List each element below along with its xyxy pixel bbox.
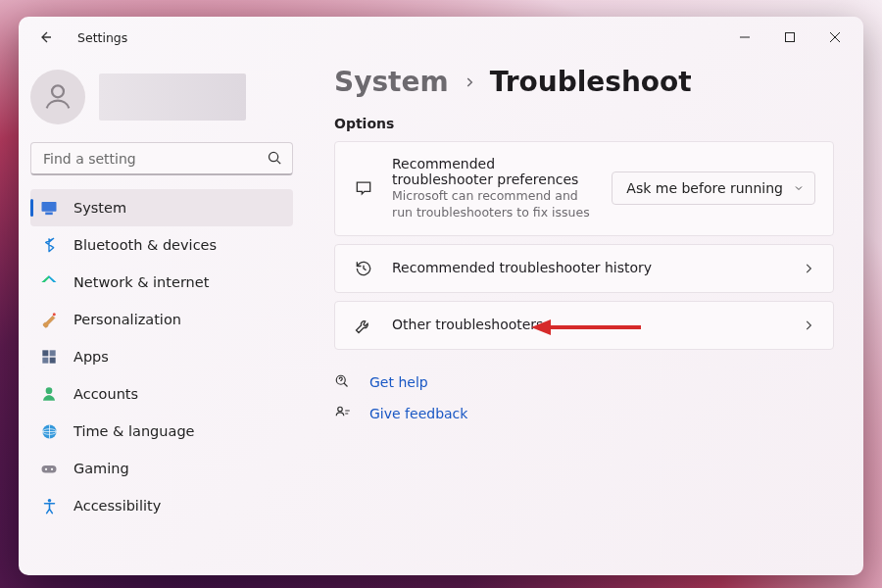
sidebar-item-bluetooth[interactable]: Bluetooth & devices: [30, 226, 293, 264]
footer-links: Get help Give feedback: [334, 373, 834, 422]
sidebar-item-label: Time & language: [74, 423, 195, 439]
sidebar-item-label: Accounts: [74, 386, 138, 402]
window-title: Settings: [77, 30, 127, 45]
person-icon: [41, 80, 74, 114]
arrow-left-icon: [38, 29, 54, 45]
gamepad-icon: [40, 460, 58, 477]
chevron-right-icon: [463, 75, 476, 89]
svg-rect-8: [42, 358, 48, 364]
maximize-icon: [785, 32, 795, 42]
svg-rect-7: [50, 350, 56, 356]
chevron-down-icon: [793, 182, 805, 194]
svg-point-2: [269, 152, 277, 161]
svg-point-10: [46, 387, 53, 394]
sidebar-item-label: Accessibility: [74, 498, 161, 514]
card-title: Recommended troubleshooter history: [392, 260, 784, 275]
apps-icon: [40, 348, 58, 366]
close-button[interactable]: [812, 22, 858, 53]
profile-name-redacted: [99, 74, 246, 121]
give-feedback-link[interactable]: Give feedback: [334, 405, 834, 422]
svg-rect-9: [50, 358, 56, 364]
feedback-icon: [334, 405, 352, 422]
select-value: Ask me before running: [626, 180, 783, 196]
wrench-icon: [353, 316, 374, 335]
back-button[interactable]: [32, 24, 60, 51]
search: [30, 142, 293, 175]
profile[interactable]: [30, 64, 293, 138]
sidebar-item-system[interactable]: System: [30, 189, 293, 226]
content: System Troubleshoot Options Recommended …: [305, 58, 863, 575]
sidebar-item-label: System: [74, 200, 126, 216]
history-icon: [353, 259, 374, 278]
nav: System Bluetooth & devices Network & int…: [30, 189, 293, 524]
sidebar-item-label: Network & internet: [74, 274, 209, 290]
minimize-button[interactable]: [722, 22, 767, 53]
sidebar-item-label: Personalization: [74, 312, 181, 327]
titlebar: Settings: [19, 17, 863, 58]
sidebar-item-accessibility[interactable]: Accessibility: [30, 487, 293, 524]
section-heading: Options: [334, 116, 834, 131]
card-desc: Microsoft can recommend and run troubles…: [392, 188, 594, 221]
card-other-troubleshooters[interactable]: Other troubleshooters: [334, 301, 834, 350]
breadcrumb: System Troubleshoot: [334, 62, 834, 110]
person-small-icon: [40, 385, 58, 403]
display-icon: [40, 199, 58, 217]
get-help-link[interactable]: Get help: [334, 373, 834, 391]
minimize-icon: [740, 32, 750, 42]
sidebar-item-label: Apps: [74, 349, 109, 365]
svg-point-5: [53, 313, 56, 316]
svg-rect-6: [42, 350, 48, 356]
paintbrush-icon: [40, 311, 58, 328]
card-history[interactable]: Recommended troubleshooter history: [334, 244, 834, 293]
window-buttons: [722, 22, 858, 53]
card-title: Other troubleshooters: [392, 317, 784, 332]
chat-icon: [353, 178, 374, 198]
chevron-right-icon: [802, 318, 815, 332]
svg-point-16: [47, 499, 51, 503]
bluetooth-icon: [40, 236, 58, 254]
breadcrumb-current: Troubleshoot: [490, 66, 692, 98]
sidebar-item-gaming[interactable]: Gaming: [30, 450, 293, 487]
avatar: [30, 70, 85, 124]
wifi-icon: [40, 273, 58, 291]
search-icon: [267, 150, 283, 171]
svg-point-15: [51, 468, 53, 470]
settings-window: Settings System: [19, 17, 863, 575]
help-icon: [334, 373, 352, 391]
sidebar-item-accounts[interactable]: Accounts: [30, 375, 293, 413]
card-title: Recommended troubleshooter preferences: [392, 156, 594, 187]
link-label: Get help: [369, 374, 428, 390]
maximize-button[interactable]: [767, 22, 812, 53]
recommended-prefs-select[interactable]: Ask me before running: [612, 172, 815, 205]
svg-point-20: [338, 407, 343, 412]
svg-point-1: [52, 85, 64, 97]
search-input[interactable]: [30, 142, 293, 175]
globe-clock-icon: [40, 422, 58, 440]
svg-rect-13: [42, 466, 57, 473]
sidebar-item-network[interactable]: Network & internet: [30, 264, 293, 301]
svg-rect-4: [46, 213, 52, 214]
sidebar-item-apps[interactable]: Apps: [30, 338, 293, 375]
sidebar-item-time[interactable]: Time & language: [30, 413, 293, 450]
svg-point-14: [45, 468, 47, 470]
sidebar-item-label: Bluetooth & devices: [74, 237, 217, 253]
sidebar-item-personalization[interactable]: Personalization: [30, 301, 293, 338]
chevron-right-icon: [802, 262, 815, 275]
svg-rect-0: [786, 33, 795, 42]
close-icon: [830, 32, 840, 42]
link-label: Give feedback: [369, 406, 467, 421]
sidebar: System Bluetooth & devices Network & int…: [19, 58, 305, 575]
svg-rect-3: [42, 202, 57, 212]
accessibility-icon: [40, 497, 58, 514]
sidebar-item-label: Gaming: [74, 461, 129, 476]
breadcrumb-parent[interactable]: System: [334, 66, 449, 98]
card-recommended-prefs: Recommended troubleshooter preferences M…: [334, 141, 834, 236]
body: System Bluetooth & devices Network & int…: [19, 58, 863, 575]
